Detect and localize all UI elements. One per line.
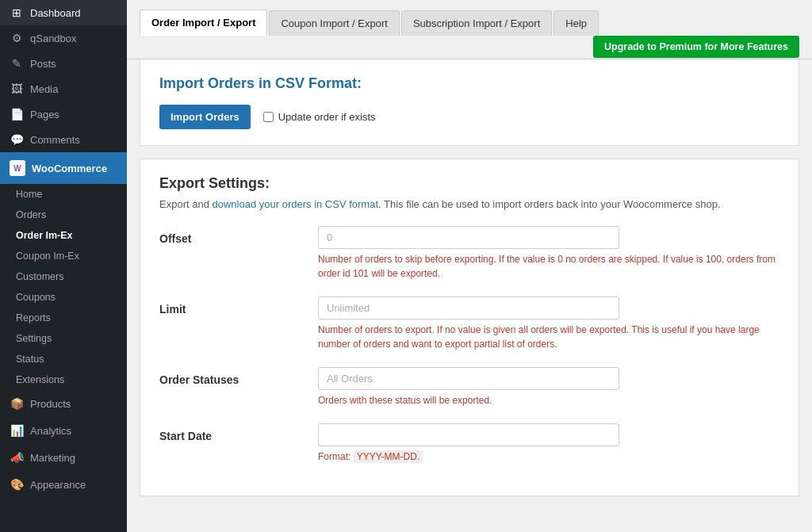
- pages-icon: 📄: [10, 108, 24, 121]
- field-label-offset: Offset: [159, 226, 318, 245]
- field-row-limit: Limit Number of orders to export. If no …: [159, 297, 779, 351]
- qsandbox-icon: ⚙: [10, 32, 24, 44]
- sidebar-item-coupons[interactable]: Coupons: [0, 287, 127, 308]
- limit-input[interactable]: [318, 297, 619, 320]
- tab-coupon-import-export[interactable]: Coupon Import / Export: [269, 10, 399, 36]
- red-arrow-icon: [119, 228, 127, 243]
- sidebar-item-comments[interactable]: 💬 Comments: [0, 127, 127, 152]
- sidebar-item-products[interactable]: 📦 Products: [0, 390, 127, 417]
- field-content-order-statuses: Orders with these status will be exporte…: [318, 367, 779, 408]
- sidebar-bottom: 📦 Products 📊 Analytics 📣 Marketing 🎨 App…: [0, 390, 127, 498]
- sidebar-item-extensions[interactable]: Extensions: [0, 369, 127, 390]
- products-icon: 📦: [10, 397, 24, 410]
- offset-help: Number of orders to skip before exportin…: [318, 252, 778, 281]
- tab-subscription-import-export[interactable]: Subscription Import / Export: [401, 10, 552, 36]
- field-row-order-statuses: Order Statuses Orders with these status …: [159, 367, 779, 408]
- order-statuses-input[interactable]: [318, 367, 619, 390]
- sidebar-label-qsandbox: qSandbox: [30, 33, 77, 44]
- import-section: Import Orders in CSV Format: Import Orde…: [140, 59, 799, 146]
- tab-order-import-export[interactable]: Order Import / Export: [140, 10, 267, 36]
- sidebar-label-dashboard: Dashboard: [30, 7, 81, 19]
- sidebar-label-order-im-ex: Order Im-Ex: [16, 230, 73, 241]
- order-statuses-help: Orders with these status will be exporte…: [318, 393, 778, 408]
- sidebar-woocommerce-header[interactable]: W WooCommerce: [0, 152, 127, 184]
- sidebar-label-comments: Comments: [30, 134, 80, 146]
- dashboard-icon: ⊞: [10, 6, 24, 19]
- upgrade-button[interactable]: Upgrade to Premium for More Features: [593, 36, 799, 58]
- sidebar-woo-subitems: Home Orders Order Im-Ex Coupon Im-Ex Cus…: [0, 184, 127, 390]
- sidebar-item-pages[interactable]: 📄 Pages: [0, 101, 127, 127]
- sidebar-item-analytics[interactable]: 📊 Analytics: [0, 417, 127, 444]
- field-label-start-date: Start Date: [159, 423, 318, 442]
- update-order-checkbox-label[interactable]: Update order if exists: [263, 111, 376, 123]
- limit-help: Number of orders to export. If no value …: [318, 323, 778, 351]
- sidebar-label-marketing: Marketing: [30, 452, 75, 464]
- update-order-label: Update order if exists: [278, 111, 376, 123]
- format-value: YYYY-MM-DD.: [354, 450, 423, 463]
- field-content-limit: Number of orders to export. If no value …: [318, 297, 779, 351]
- media-icon: 🖼: [10, 82, 24, 95]
- export-title: Export Settings:: [159, 175, 779, 192]
- main-content: Order Import / Export Coupon Import / Ex…: [127, 0, 812, 532]
- import-row: Import Orders Update order if exists: [159, 105, 779, 129]
- content-area: Import Orders in CSV Format: Import Orde…: [127, 59, 812, 522]
- sidebar-label-products: Products: [30, 398, 71, 410]
- posts-icon: ✎: [10, 57, 24, 70]
- sidebar-woocommerce-section: W WooCommerce: [0, 152, 127, 184]
- sidebar-item-dashboard[interactable]: ⊞ Dashboard: [0, 0, 127, 25]
- sidebar-item-customers[interactable]: Customers: [0, 266, 127, 287]
- sidebar-item-appearance[interactable]: 🎨 Appearance: [0, 471, 127, 498]
- import-title: Import Orders in CSV Format:: [159, 75, 779, 92]
- svg-marker-0: [119, 232, 127, 239]
- update-order-checkbox[interactable]: [263, 112, 274, 122]
- export-desc-link: download your orders in CSV format: [213, 198, 379, 210]
- field-row-offset: Offset Number of orders to skip before e…: [159, 226, 779, 281]
- sidebar-item-settings[interactable]: Settings: [0, 328, 127, 349]
- sidebar-middle: ✎ Posts 🖼 Media 📄 Pages 💬 Comments: [0, 51, 127, 152]
- export-description: Export and download your orders in CSV f…: [159, 198, 779, 210]
- sidebar-item-reports[interactable]: Reports: [0, 308, 127, 328]
- field-content-start-date: Format: YYYY-MM-DD.: [318, 423, 779, 464]
- marketing-icon: 📣: [10, 451, 24, 464]
- sidebar-item-home[interactable]: Home: [0, 184, 127, 205]
- sidebar-item-marketing[interactable]: 📣 Marketing: [0, 444, 127, 471]
- format-label: Format:: [318, 451, 354, 462]
- field-label-order-statuses: Order Statuses: [159, 367, 318, 386]
- field-label-limit: Limit: [159, 297, 318, 316]
- analytics-icon: 📊: [10, 424, 24, 437]
- sidebar-item-status[interactable]: Status: [0, 349, 127, 369]
- field-content-offset: Number of orders to skip before exportin…: [318, 226, 779, 281]
- start-date-help: Format: YYYY-MM-DD.: [318, 450, 778, 464]
- tab-help[interactable]: Help: [553, 10, 599, 36]
- comments-icon: 💬: [10, 133, 24, 146]
- woocommerce-logo: W: [10, 160, 25, 176]
- sidebar-item-qsandbox[interactable]: ⚙ qSandbox: [0, 25, 127, 51]
- sidebar-item-coupon-im-ex[interactable]: Coupon Im-Ex: [0, 246, 127, 266]
- appearance-icon: 🎨: [10, 478, 24, 491]
- sidebar-item-orders[interactable]: Orders: [0, 205, 127, 225]
- offset-input[interactable]: [318, 226, 619, 249]
- field-row-start-date: Start Date Format: YYYY-MM-DD.: [159, 423, 779, 464]
- sidebar-label-posts: Posts: [30, 58, 56, 70]
- export-desc-rest: . This file can be used to import orders…: [378, 198, 721, 210]
- sidebar-label-media: Media: [30, 83, 58, 95]
- sidebar-label-analytics: Analytics: [30, 425, 71, 437]
- sidebar-woocommerce-label: WooCommerce: [32, 163, 107, 174]
- sidebar-item-order-im-ex[interactable]: Order Im-Ex: [0, 225, 127, 246]
- sidebar-label-appearance: Appearance: [30, 479, 86, 491]
- export-desc-plain: Export and: [159, 198, 213, 210]
- sidebar-item-media[interactable]: 🖼 Media: [0, 76, 127, 101]
- export-section: Export Settings: Export and download you…: [140, 159, 799, 496]
- sidebar: ⊞ Dashboard ⚙ qSandbox ✎ Posts 🖼 Media 📄…: [0, 0, 127, 532]
- import-orders-button[interactable]: Import Orders: [159, 105, 251, 129]
- sidebar-label-pages: Pages: [30, 109, 59, 121]
- tabs-bar: Order Import / Export Coupon Import / Ex…: [127, 0, 812, 59]
- start-date-input[interactable]: [318, 423, 619, 446]
- sidebar-top: ⊞ Dashboard ⚙ qSandbox: [0, 0, 127, 51]
- sidebar-item-posts[interactable]: ✎ Posts: [0, 51, 127, 76]
